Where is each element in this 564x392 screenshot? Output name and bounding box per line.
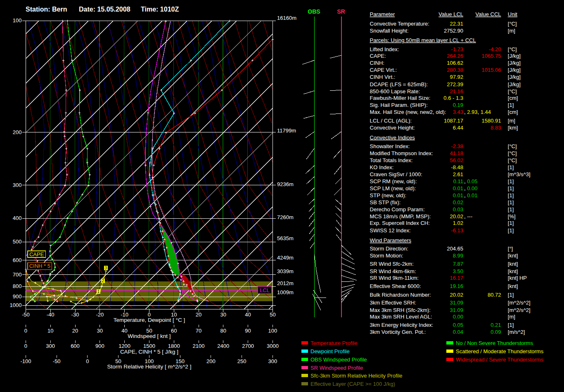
svg-text:0: 0 [86, 358, 89, 364]
svg-text:56.02: 56.02 [450, 157, 463, 163]
svg-text:-40: -40 [47, 312, 55, 318]
svg-text:16.17: 16.17 [450, 275, 463, 281]
svg-text:[%]: [%] [508, 213, 516, 220]
svg-text:Convective Temperature:: Convective Temperature: [370, 21, 429, 27]
svg-text:[J/kg]: [J/kg] [508, 53, 521, 59]
svg-text:[1]: [1] [508, 322, 514, 328]
svg-text:OBS: OBS [308, 8, 320, 15]
svg-text:[J/kg]: [J/kg] [508, 67, 521, 73]
svg-text:1500: 1500 [143, 343, 155, 349]
svg-text:[cm]: [cm] [508, 109, 518, 115]
svg-text:Temperature Profile: Temperature Profile [310, 340, 357, 346]
svg-text:9236m: 9236m [277, 181, 294, 187]
svg-text:1000: 1000 [9, 302, 21, 308]
svg-text:STP (new, old):: STP (new, old): [370, 192, 407, 198]
svg-text:Derecho Comp Param:: Derecho Comp Param: [370, 206, 425, 213]
svg-text:Convective Indices: Convective Indices [370, 135, 415, 141]
svg-text:CAPE: CAPE [29, 251, 44, 257]
svg-text:0.09: 0.09 [491, 329, 501, 335]
svg-text:Value CCL: Value CCL [476, 11, 501, 17]
svg-text:280.38: 280.38 [447, 67, 463, 73]
svg-text:[J/kg]: [J/kg] [508, 74, 521, 80]
svg-text:Date: 15.05.2008: Date: 15.05.2008 [79, 6, 130, 13]
svg-text:Max. Hail Size (new, new2, old: Max. Hail Size (new, new2, old): [370, 109, 446, 115]
svg-text:3km Energy Helicity Index:: 3km Energy Helicity Index: [370, 322, 434, 328]
svg-text:0.05: 0.05 [453, 322, 463, 328]
svg-text:0.03: 0.03 [453, 206, 463, 213]
svg-text:Craven SigSvr / 1000:: Craven SigSvr / 1000: [370, 171, 422, 177]
svg-text:, ---: , --- [464, 213, 472, 220]
svg-text:20.02: 20.02 [450, 213, 463, 220]
svg-text:Value LCL: Value LCL [438, 11, 463, 17]
svg-text:1009m: 1009m [277, 289, 294, 295]
svg-text:31.09: 31.09 [450, 300, 463, 306]
svg-text:[1]: [1] [508, 102, 514, 108]
svg-text:, 0.00: , 0.00 [464, 185, 478, 191]
svg-text:60: 60 [171, 328, 177, 334]
svg-text:11799m: 11799m [277, 128, 296, 134]
svg-text:Storm Motion:: Storm Motion: [370, 253, 403, 259]
svg-text:40: 40 [245, 312, 251, 318]
svg-text:SB STP (fix):: SB STP (fix): [370, 199, 401, 205]
svg-text:KO Index:: KO Index: [370, 164, 394, 170]
svg-text:300: 300 [268, 358, 277, 364]
svg-text:Widespread / Severe Thundersto: Widespread / Severe Thunderstorms [456, 357, 544, 363]
svg-text:3: 3 [105, 266, 107, 270]
svg-text:0.19: 0.19 [453, 102, 463, 108]
svg-text:6.44: 6.44 [453, 125, 463, 131]
svg-text:[m^2/s^2]: [m^2/s^2] [508, 300, 531, 306]
svg-text:850-600 Lapse Rate:: 850-600 Lapse Rate: [370, 88, 420, 94]
svg-text:300: 300 [46, 343, 55, 349]
svg-text:97.92: 97.92 [450, 74, 463, 80]
svg-text:SR: SR [337, 8, 345, 15]
svg-text:, 2.93, 1.44: , 2.93, 1.44 [464, 109, 491, 115]
svg-text:1800: 1800 [168, 343, 180, 349]
svg-text:[km]: [km] [508, 125, 518, 131]
svg-text:Station: Bern: Station: Bern [26, 6, 67, 13]
svg-text:Bulk Richardson Number:: Bulk Richardson Number: [370, 292, 431, 298]
svg-text:[°C]: [°C] [508, 46, 517, 52]
svg-text:-20: -20 [96, 312, 104, 318]
svg-text:[°C]: [°C] [508, 157, 517, 163]
svg-text:3.43: 3.43 [453, 109, 463, 115]
svg-text:1200: 1200 [118, 343, 130, 349]
svg-text:0: 0 [24, 328, 27, 334]
svg-text:[1]: [1] [508, 192, 514, 198]
svg-text:Max 3km SRH Level AGL:: Max 3km SRH Level AGL: [370, 314, 432, 320]
svg-text:SR Windspeed Profile: SR Windspeed Profile [310, 365, 363, 371]
svg-text:2.61: 2.61 [453, 171, 463, 177]
svg-text:600: 600 [13, 257, 22, 263]
svg-text:Dewpoint Profile: Dewpoint Profile [310, 348, 350, 354]
svg-text:Windspeed [ knt ]: Windspeed [ knt ] [128, 333, 171, 339]
svg-text:-50: -50 [22, 312, 30, 318]
svg-text:MCS 18m/s (MMP, MSP):: MCS 18m/s (MMP, MSP): [370, 213, 431, 220]
svg-text:[°C]: [°C] [508, 21, 517, 27]
svg-text:1580.91: 1580.91 [482, 118, 501, 124]
svg-text:SR Wind 9km-11km:: SR Wind 9km-11km: [370, 275, 419, 281]
svg-text:20: 20 [196, 312, 201, 318]
svg-text:CAPE Virt.:: CAPE Virt.: [370, 67, 397, 73]
svg-text:3km Vorticity Gen. Pot.:: 3km Vorticity Gen. Pot.: [370, 329, 426, 335]
svg-text:LCL: LCL [260, 287, 270, 293]
svg-text:2400: 2400 [217, 343, 229, 349]
svg-text:[knt]: [knt] [508, 283, 518, 289]
svg-text:[1]: [1] [508, 227, 514, 234]
svg-text:Wind Parameters: Wind Parameters [370, 237, 412, 243]
svg-text:[knt]: [knt] [508, 268, 518, 274]
svg-text:264.26: 264.26 [447, 53, 463, 59]
svg-text:OBS Windspeed Profile: OBS Windspeed Profile [310, 357, 367, 363]
svg-text:21.16: 21.16 [450, 88, 463, 94]
svg-text:Snowfall Height:: Snowfall Height: [370, 28, 409, 34]
svg-text:16160m: 16160m [277, 15, 296, 21]
svg-text:CINH Virt.:: CINH Virt.: [370, 74, 396, 80]
svg-text:SCP RM (new, old):: SCP RM (new, old): [370, 178, 417, 184]
svg-text:100: 100 [13, 17, 22, 24]
svg-text:8.83: 8.83 [491, 125, 501, 131]
svg-text:2: 2 [102, 279, 104, 283]
svg-text:-30: -30 [71, 312, 79, 318]
svg-text:2700: 2700 [242, 343, 254, 349]
svg-text:Storm Direction:: Storm Direction: [370, 246, 408, 252]
svg-text:Time: 1010Z: Time: 1010Z [141, 6, 179, 13]
svg-text:[1]: [1] [508, 292, 514, 298]
svg-text:400: 400 [13, 215, 22, 221]
